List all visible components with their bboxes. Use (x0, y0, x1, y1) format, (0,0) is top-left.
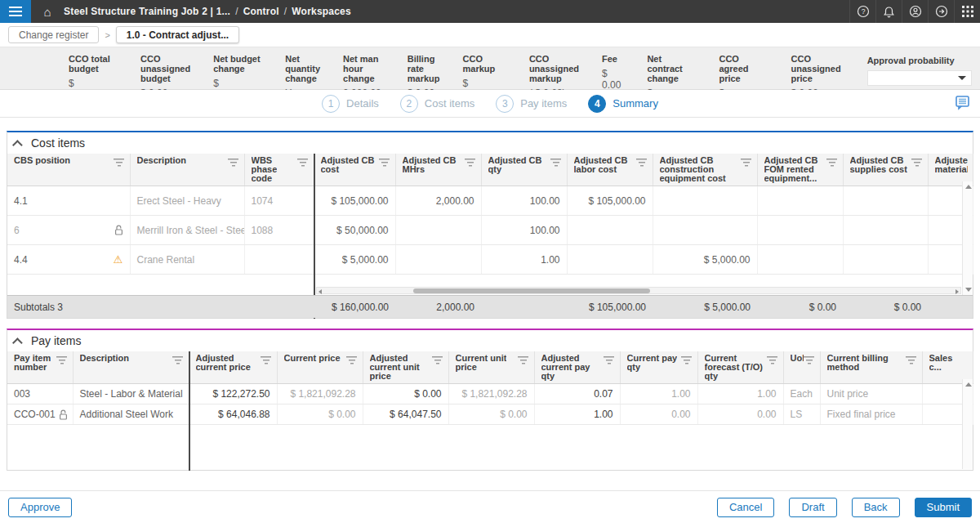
horizontal-scrollbar-thumb[interactable] (413, 288, 650, 293)
col-adjusted-cb-labor-cost[interactable]: Adjusted CB labor cost (567, 154, 653, 186)
unlock-icon (59, 409, 68, 420)
vertical-scrollbar[interactable] (962, 379, 973, 469)
cost-row-1[interactable]: 4.1 Erect Steel - Heavy 1074 $ 105,000.0… (7, 186, 973, 216)
step-cost-items[interactable]: 2Cost items (400, 95, 474, 113)
notifications-icon[interactable] (875, 0, 902, 23)
col-uom[interactable]: UoM (783, 351, 820, 384)
collapse-chevron-icon[interactable] (12, 140, 23, 150)
filter-icon[interactable] (432, 355, 443, 364)
submit-button[interactable]: Submit (915, 498, 972, 517)
vertical-scrollbar[interactable] (962, 181, 973, 295)
cost-items-section-header: Cost items (7, 132, 973, 154)
breadcrumb: Steel Structure Training Job 2 | 1.../Co… (64, 6, 351, 17)
footer-action-bar: Approve Cancel Draft Back Submit (0, 490, 980, 523)
comments-icon[interactable] (954, 96, 970, 114)
svg-text:?: ? (861, 7, 865, 16)
pay-row-2[interactable]: CCO-001 Additional Steel Work $ 64,046.8… (7, 405, 973, 425)
filter-icon[interactable] (379, 158, 390, 167)
col-current-price[interactable]: Current price (277, 351, 363, 384)
pay-items-title: Pay items (31, 334, 81, 347)
cost-items-grid: CBS position Description WBS phase code … (7, 154, 973, 275)
summary-stats-bar: CCO total budget$ 160,000.00 CCO unassig… (0, 47, 980, 90)
collapse-chevron-icon[interactable] (12, 337, 23, 348)
filter-icon[interactable] (741, 158, 752, 167)
filter-icon[interactable] (906, 355, 917, 364)
scroll-up-icon[interactable] (965, 185, 972, 189)
filter-icon[interactable] (346, 355, 358, 364)
col-current-forecast-qty[interactable]: Current forecast (T/O) qty (697, 351, 783, 384)
col-wbs-phase-code[interactable]: WBS phase code (244, 154, 314, 186)
warning-icon: ⚠ (114, 254, 123, 265)
filter-icon[interactable] (804, 355, 815, 364)
chevron-down-icon (958, 76, 966, 80)
col-description[interactable]: Description (130, 154, 244, 186)
filter-icon[interactable] (261, 355, 272, 364)
filter-icon[interactable] (550, 158, 562, 167)
col-pay-item-number[interactable]: Pay item number (7, 351, 73, 384)
cost-row-2[interactable]: 6 Merrill Iron & Steel - Steel m... 1088… (7, 216, 973, 245)
step-pay-items[interactable]: 3Pay items (496, 95, 567, 113)
home-icon[interactable]: ⌂ (31, 0, 64, 23)
filter-icon[interactable] (604, 355, 615, 364)
filter-icon[interactable] (465, 158, 476, 167)
tab-separator: > (99, 30, 115, 40)
frozen-column-divider[interactable] (189, 351, 190, 471)
filter-icon[interactable] (681, 355, 693, 364)
breadcrumb-project[interactable]: Steel Structure Training Job 2 | 1... (64, 6, 230, 17)
filter-icon[interactable] (826, 158, 838, 167)
col-cbs-position[interactable]: CBS position (7, 154, 130, 186)
col-adjusted-cb-mhrs[interactable]: Adjusted CB MHrs (395, 154, 481, 186)
col-current-unit-price[interactable]: Current unit price (448, 351, 534, 384)
signout-icon[interactable] (928, 0, 954, 23)
filter-icon[interactable] (297, 158, 309, 167)
col-adjusted-current-pay-qty[interactable]: Adjusted current pay qty (534, 351, 620, 384)
breadcrumb-workspaces[interactable]: Workspaces (292, 6, 350, 17)
cancel-button[interactable]: Cancel (717, 498, 774, 517)
col-adjusted-cb-cost[interactable]: Adjusted CB cost (314, 154, 395, 186)
draft-button[interactable]: Draft (789, 498, 836, 517)
col-adjusted-current-unit-price[interactable]: Adjusted current unit price (363, 351, 448, 384)
step-summary[interactable]: 4Summary (588, 95, 658, 113)
menu-icon[interactable] (0, 0, 31, 23)
filter-icon[interactable] (518, 355, 529, 364)
tab-contract-adjustment[interactable]: 1.0 - Contract adjust... (116, 26, 239, 43)
scroll-right-icon[interactable] (956, 289, 959, 294)
frozen-column-divider[interactable] (314, 154, 315, 319)
pay-row-1[interactable]: 003 Steel - Labor & Material $ 122,272.5… (7, 384, 973, 405)
filter-icon[interactable] (228, 158, 239, 167)
cost-row-3[interactable]: 4.4⚠ Crane Rental $ 5,000.00 1.00 $ 5,00… (7, 245, 973, 275)
scroll-left-icon[interactable] (318, 289, 322, 294)
apps-grid-icon[interactable] (954, 0, 980, 23)
col-pay-description[interactable]: Description (73, 351, 189, 384)
col-adjusted-cb-construction-equipment-cost[interactable]: Adjusted CB construction equipment cost (653, 154, 757, 186)
col-adjusted-current-price[interactable]: Adjusted current price (189, 351, 277, 384)
col-current-pay-qty[interactable]: Current pay qty (620, 351, 697, 384)
filter-icon[interactable] (767, 355, 778, 364)
unlock-icon (114, 225, 123, 235)
col-adjusted-cb-supplies-cost[interactable]: Adjusted CB supplies cost (843, 154, 928, 186)
help-icon[interactable]: ? (849, 0, 875, 23)
cost-items-panel: Cost items CBS position Description WBS … (7, 131, 973, 319)
col-adjusted-cb-qty[interactable]: Adjusted CB qty (481, 154, 567, 186)
breadcrumb-control[interactable]: Control (243, 6, 279, 17)
filter-icon[interactable] (911, 158, 923, 167)
filter-icon[interactable] (636, 158, 648, 167)
horizontal-scrollbar[interactable] (316, 287, 961, 294)
step-details[interactable]: 1Details (322, 95, 379, 113)
tab-change-register[interactable]: Change register (8, 26, 99, 43)
account-icon[interactable] (902, 0, 928, 23)
topbar-icons: ? (849, 0, 980, 23)
approve-button[interactable]: Approve (8, 498, 72, 517)
scroll-down-icon[interactable] (965, 288, 972, 292)
scroll-up-icon[interactable] (965, 382, 972, 387)
cost-items-title: Cost items (31, 136, 85, 150)
filter-icon[interactable] (56, 355, 68, 364)
col-current-billing-method[interactable]: Current billing method (820, 351, 922, 384)
filter-icon[interactable] (114, 158, 125, 167)
approval-probability-select[interactable] (867, 70, 972, 86)
col-adjusted-cb-fom-rented-equipment[interactable]: Adjusted CB FOM rented equipment... (757, 154, 843, 186)
back-button[interactable]: Back (852, 498, 900, 517)
workspace-tabs: Change register > 1.0 - Contract adjust.… (0, 23, 980, 47)
filter-icon[interactable] (172, 355, 184, 364)
pay-items-grid: Pay item number Description Adjusted cur… (7, 351, 973, 425)
